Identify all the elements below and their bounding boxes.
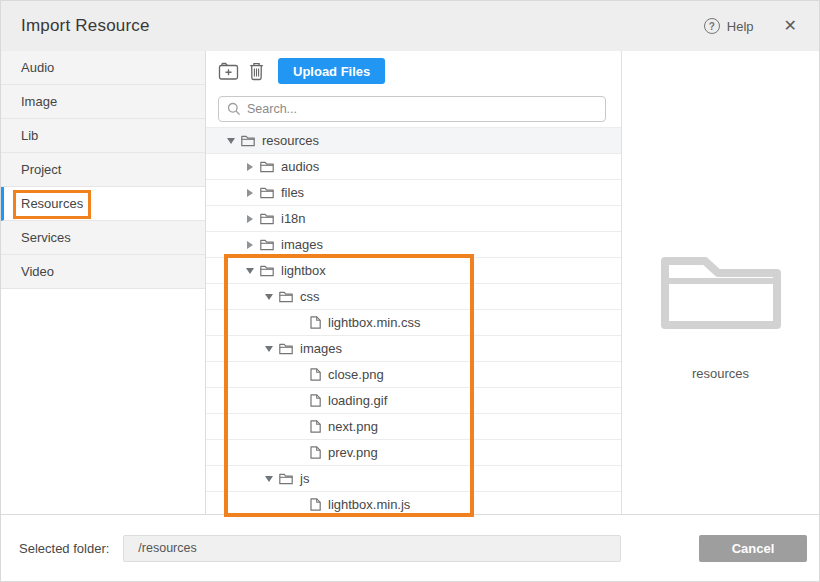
preview-folder-name: resources [692, 366, 749, 381]
collapsed-arrow-icon[interactable] [242, 163, 258, 171]
file-icon [310, 368, 321, 381]
help-button[interactable]: ? Help [704, 18, 754, 34]
folder-icon [260, 161, 274, 173]
delete-icon[interactable] [249, 62, 264, 81]
big-folder-icon [660, 256, 782, 330]
tree-node-label: i18n [281, 211, 306, 226]
file-icon [310, 394, 321, 407]
tree-node-label: lightbox [281, 263, 326, 278]
help-icon: ? [704, 18, 720, 34]
dialog-footer: Selected folder: Cancel [1, 514, 819, 581]
import-resource-dialog: Import Resource ? Help ✕ AudioImageLibPr… [0, 0, 820, 582]
file-icon [310, 420, 321, 433]
tree-row-loading.gif[interactable]: loading.gif [206, 388, 621, 414]
tree-node-label: files [281, 185, 304, 200]
dialog-header: Import Resource ? Help ✕ [1, 1, 819, 51]
sidebar-item-audio[interactable]: Audio [1, 51, 205, 85]
tree-row-lightbox.min.css[interactable]: lightbox.min.css [206, 310, 621, 336]
add-folder-icon[interactable] [218, 62, 239, 81]
tree-row-lightbox[interactable]: lightbox [206, 258, 621, 284]
tree-row-images[interactable]: images [206, 336, 621, 362]
expanded-arrow-icon[interactable] [242, 268, 258, 274]
sidebar-item-video[interactable]: Video [1, 255, 205, 289]
tree-node-label: next.png [328, 419, 378, 434]
selected-folder-input[interactable] [123, 535, 621, 562]
file-icon [310, 446, 321, 459]
dialog-body: AudioImageLibProjectResourcesServicesVid… [1, 51, 819, 516]
tree-node-label: images [281, 237, 323, 252]
selected-folder-label: Selected folder: [19, 541, 109, 556]
tree-node-label: lightbox.min.css [328, 315, 420, 330]
sidebar-item-services[interactable]: Services [1, 221, 205, 255]
sidebar-item-label: Lib [21, 128, 38, 143]
file-icon [310, 498, 321, 511]
expanded-arrow-icon[interactable] [261, 294, 277, 300]
sidebar-item-resources[interactable]: Resources [1, 187, 205, 221]
folder-icon [279, 473, 293, 485]
collapsed-arrow-icon[interactable] [242, 189, 258, 197]
tree-row-images[interactable]: images [206, 232, 621, 258]
search-icon [227, 102, 241, 116]
tree-node-label: images [300, 341, 342, 356]
tree-node-label: resources [262, 133, 319, 148]
tree-node-label: js [300, 471, 309, 486]
folder-icon [260, 187, 274, 199]
tree-row-files[interactable]: files [206, 180, 621, 206]
sidebar-item-label: Services [21, 230, 71, 245]
tree-node-label: css [300, 289, 320, 304]
file-icon [310, 316, 321, 329]
tree-row-close.png[interactable]: close.png [206, 362, 621, 388]
sidebar-item-label: Image [21, 94, 57, 109]
main-panel: Upload Files resourcesaudiosfilesi18nima… [206, 51, 622, 516]
sidebar-item-image[interactable]: Image [1, 85, 205, 119]
tree-node-label: loading.gif [328, 393, 387, 408]
sidebar-item-label: Video [21, 264, 54, 279]
search-box [218, 96, 606, 122]
tree-row-i18n[interactable]: i18n [206, 206, 621, 232]
sidebar-item-lib[interactable]: Lib [1, 119, 205, 153]
tree-node-label: prev.png [328, 445, 378, 460]
cancel-button[interactable]: Cancel [699, 535, 807, 562]
folder-icon [260, 265, 274, 277]
search-input[interactable] [218, 96, 606, 122]
collapsed-arrow-icon[interactable] [242, 241, 258, 249]
collapsed-arrow-icon[interactable] [242, 215, 258, 223]
tree-row-css[interactable]: css [206, 284, 621, 310]
folder-icon [279, 291, 293, 303]
tree-row-resources[interactable]: resources [206, 128, 621, 154]
expanded-arrow-icon[interactable] [261, 476, 277, 482]
tree-row-audios[interactable]: audios [206, 154, 621, 180]
toolbar: Upload Files [218, 57, 606, 85]
expanded-arrow-icon[interactable] [261, 346, 277, 352]
tree-row-js[interactable]: js [206, 466, 621, 492]
file-tree: resourcesaudiosfilesi18nimageslightboxcs… [206, 127, 621, 516]
folder-icon [279, 343, 293, 355]
preview-panel: resources [622, 51, 819, 516]
folder-icon [260, 239, 274, 251]
sidebar-item-label: Resources [21, 196, 83, 211]
dialog-title: Import Resource [21, 16, 150, 36]
tree-node-label: close.png [328, 367, 384, 382]
tree-node-label: lightbox.min.js [328, 497, 410, 512]
close-icon[interactable]: ✕ [784, 18, 797, 34]
sidebar-item-project[interactable]: Project [1, 153, 205, 187]
sidebar-item-label: Audio [21, 60, 54, 75]
sidebar: AudioImageLibProjectResourcesServicesVid… [1, 51, 206, 516]
expanded-arrow-icon[interactable] [223, 138, 239, 144]
tree-row-lightbox.min.js[interactable]: lightbox.min.js [206, 492, 621, 516]
tree-row-prev.png[interactable]: prev.png [206, 440, 621, 466]
help-label: Help [727, 19, 754, 34]
upload-files-button[interactable]: Upload Files [278, 58, 385, 84]
folder-icon [241, 135, 255, 147]
tree-node-label: audios [281, 159, 319, 174]
folder-icon [260, 213, 274, 225]
tree-row-next.png[interactable]: next.png [206, 414, 621, 440]
sidebar-item-label: Project [21, 162, 61, 177]
